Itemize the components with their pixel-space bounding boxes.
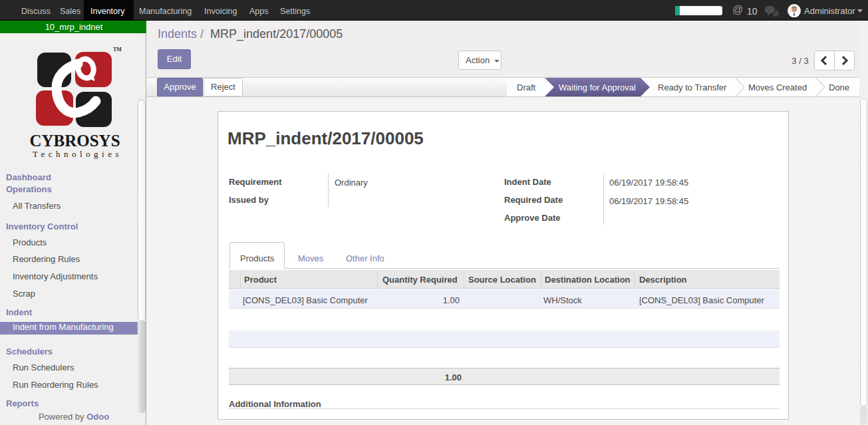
svg-text:TM: TM: [113, 47, 122, 53]
